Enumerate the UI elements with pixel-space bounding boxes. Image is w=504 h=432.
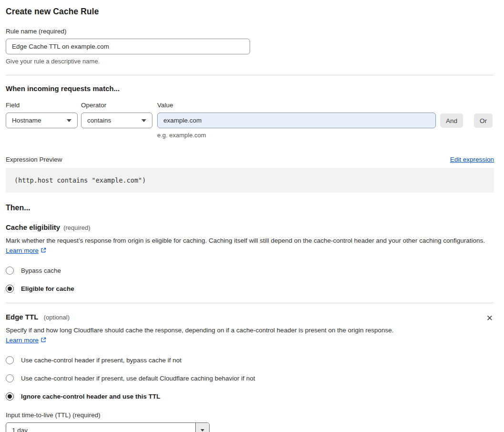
ttl-select[interactable]: 1 day [6,422,210,432]
edit-expression-link[interactable]: Edit expression [450,156,494,163]
field-column: Field Hostname [6,102,78,128]
value-column: Value e.g. example.com [157,102,436,139]
ttl-select-value: 1 day [6,423,195,432]
ttl-select-arrow-button[interactable] [195,423,209,432]
radio-ignore-header-use-ttl[interactable]: Ignore cache-control header and use this… [6,392,494,401]
chevron-down-icon [201,429,204,432]
external-link-icon [40,247,47,257]
match-condition-row: Field Hostname Operator contains Value e… [6,102,494,139]
edge-ttl-learn-more-link[interactable]: Learn more [6,337,39,344]
value-label: Value [157,102,436,109]
operator-select-value: contains [87,117,111,124]
and-button[interactable]: And [440,113,463,128]
radio-use-header-bypass-if-not[interactable]: Use cache-control header if present, byp… [6,356,494,364]
field-select-value: Hostname [12,117,41,124]
match-heading: When incoming requests match... [6,84,494,93]
field-label: Field [6,102,78,109]
expression-code-block: (http.host contains "example.com") [6,168,494,193]
chevron-down-icon [67,119,71,122]
radio-label: Bypass cache [21,267,61,274]
radio-icon [6,356,14,364]
value-input[interactable] [157,113,436,128]
cache-eligibility-learn-more-link[interactable]: Learn more [6,247,39,254]
rule-name-helper: Give your rule a descriptive name. [6,58,494,65]
or-button[interactable]: Or [474,113,493,128]
divider [6,303,494,303]
chevron-down-icon [141,119,146,122]
radio-icon [6,267,14,275]
ttl-label: Input time-to-live (TTL) (required) [6,411,494,419]
radio-label: Use cache-control header if present, use… [21,375,255,382]
radio-icon [6,285,14,293]
rule-name-input[interactable] [6,39,250,54]
edge-ttl-title: Edge TTL [6,313,38,321]
and-or-buttons: And Or [440,113,494,128]
cache-eligibility-header: Cache eligibility (required) [6,223,494,231]
cache-eligibility-title: Cache eligibility [6,223,60,231]
operator-select[interactable]: contains [81,113,152,128]
radio-icon [6,392,14,401]
radio-label: Ignore cache-control header and use this… [21,393,161,400]
edge-ttl-description-text: Specify if and how long Cloudflare shoul… [6,327,393,334]
edge-ttl-description: Specify if and how long Cloudflare shoul… [6,325,402,346]
cache-eligibility-description-text: Mark whether the request’s response from… [6,237,485,244]
edge-ttl-header: Edge TTL (optional) ✕ [6,313,494,323]
edge-ttl-optional-badge: (optional) [44,314,70,321]
close-icon[interactable]: ✕ [485,313,494,323]
cache-eligibility-description: Mark whether the request’s response from… [6,236,494,257]
operator-label: Operator [81,102,152,109]
radio-use-header-default-if-not[interactable]: Use cache-control header if present, use… [6,374,494,382]
cache-eligibility-required-badge: (required) [63,224,90,231]
operator-column: Operator contains [81,102,152,128]
radio-eligible-for-cache[interactable]: Eligible for cache [6,285,494,293]
radio-label: Use cache-control header if present, byp… [21,357,181,364]
radio-label: Eligible for cache [21,285,74,292]
create-cache-rule-page: Create new Cache Rule Rule name (require… [0,0,504,432]
divider [6,75,494,75]
radio-icon [6,374,14,382]
expression-preview-label: Expression Preview [6,156,62,163]
then-heading: Then... [6,204,494,212]
page-title: Create new Cache Rule [6,7,494,17]
value-helper: e.g. example.com [157,132,436,139]
radio-bypass-cache[interactable]: Bypass cache [6,267,494,275]
rule-name-label: Rule name (required) [6,28,494,35]
field-select[interactable]: Hostname [6,113,78,128]
expression-preview-row: Expression Preview Edit expression [6,156,494,163]
external-link-icon [40,336,47,346]
rule-name-section: Rule name (required) Give your rule a de… [6,28,494,65]
ttl-section: Input time-to-live (TTL) (required) 1 da… [6,411,494,432]
